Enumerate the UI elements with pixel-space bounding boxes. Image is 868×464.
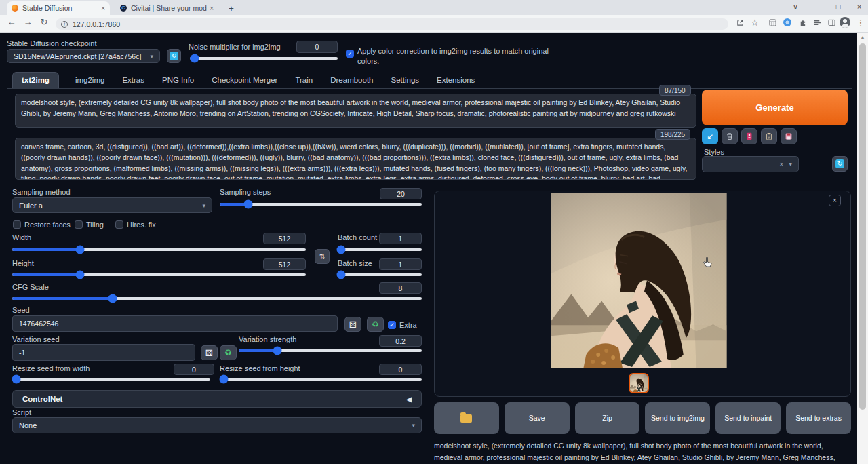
restore-faces-checkbox[interactable]	[13, 220, 21, 229]
clear-styles-icon[interactable]: ×	[779, 160, 783, 168]
side-panel-icon[interactable]	[825, 16, 837, 28]
page-info-icon[interactable]: i	[61, 21, 68, 28]
script-dropdown[interactable]: None ▾	[12, 417, 422, 433]
window-maximize-button[interactable]: □	[832, 1, 844, 13]
browser-menu-icon[interactable]: ⋮	[854, 16, 867, 28]
extension-grid-icon[interactable]	[766, 16, 778, 28]
gallery-thumbnail-selected[interactable]	[629, 373, 649, 393]
window-chevron-icon[interactable]: ∨	[789, 1, 802, 13]
height-slider[interactable]	[12, 273, 306, 276]
color-correction-checkbox[interactable]: ✓	[346, 50, 354, 58]
tab-close-icon[interactable]: ×	[210, 5, 214, 12]
send-to-inpaint-button[interactable]: Send to inpaint	[715, 402, 781, 434]
tab-checkpoint-merger[interactable]: Checkpoint Merger	[210, 73, 279, 88]
forward-icon[interactable]: →	[22, 17, 34, 27]
extension-list-icon[interactable]	[811, 16, 823, 28]
resize-seed-width-slider[interactable]	[12, 378, 210, 381]
refresh-checkpoints-button[interactable]: ↻	[167, 49, 181, 63]
send-to-extras-button[interactable]: Send to extras	[786, 402, 851, 434]
profile-avatar[interactable]	[840, 17, 850, 28]
tab-extensions[interactable]: Extensions	[435, 73, 476, 88]
batch-size-slider[interactable]	[338, 273, 422, 276]
variation-seed-label: Variation seed	[12, 335, 60, 343]
tab-dreambooth[interactable]: Dreambooth	[329, 73, 374, 88]
apply-style-button[interactable]	[761, 128, 777, 144]
styles-dropdown[interactable]: × ▾	[702, 156, 799, 172]
sampling-steps-slider[interactable]	[220, 203, 422, 206]
controlnet-accordion[interactable]: ControlNet ◀	[12, 390, 422, 408]
reuse-seed-button[interactable]: ♻	[367, 317, 384, 332]
sampling-steps-input[interactable]: 20	[380, 188, 422, 199]
prompt-textarea[interactable]: modelshoot style, (extremely detailed CG…	[15, 94, 696, 128]
tab-png-info[interactable]: PNG Info	[161, 73, 195, 88]
extensions-puzzle-icon[interactable]	[796, 16, 808, 28]
address-bar[interactable]: i 127.0.0.1:7860	[56, 18, 728, 30]
window-minimize-button[interactable]: −	[811, 1, 823, 13]
sampling-method-dropdown[interactable]: Euler a ▾	[12, 197, 212, 213]
batch-count-label: Batch count	[338, 233, 377, 241]
extra-networks-button[interactable]	[741, 128, 757, 144]
save-style-button[interactable]	[781, 128, 797, 144]
zip-button[interactable]: Zip	[575, 402, 640, 434]
random-seed-button[interactable]: ⚄	[344, 317, 361, 332]
noise-multiplier-input[interactable]: 0	[296, 41, 338, 53]
scrollbar-thumb[interactable]	[859, 43, 866, 410]
batch-size-input[interactable]: 1	[379, 258, 422, 270]
scrollbar-up-icon[interactable]: ▲	[857, 33, 868, 42]
send-to-img2img-button[interactable]: Send to img2img	[645, 402, 710, 434]
reload-icon[interactable]: ↻	[38, 17, 50, 27]
seed-input[interactable]: 1476462546	[12, 315, 338, 332]
refresh-styles-button[interactable]: ↻	[832, 156, 848, 172]
random-variation-seed-button[interactable]: ⚄	[201, 345, 218, 360]
width-slider[interactable]	[12, 248, 306, 251]
tiling-checkbox[interactable]	[75, 220, 83, 229]
open-folder-button[interactable]	[434, 402, 499, 434]
batch-count-slider[interactable]	[338, 248, 422, 251]
extension-blue-circle-icon[interactable]	[781, 16, 793, 28]
cfg-scale-slider[interactable]	[12, 297, 422, 300]
new-tab-button[interactable]: +	[225, 2, 237, 14]
clear-prompt-button[interactable]	[722, 128, 738, 144]
variation-strength-input[interactable]: 0.2	[379, 335, 422, 347]
hires-fix-checkbox[interactable]	[115, 220, 123, 229]
generate-button[interactable]: Generate	[702, 90, 848, 125]
back-icon[interactable]: ←	[5, 17, 18, 27]
chevron-down-icon: ▾	[202, 202, 205, 209]
batch-count-input[interactable]: 1	[379, 233, 422, 244]
reuse-variation-seed-button[interactable]: ♻	[220, 345, 237, 360]
tab-train[interactable]: Train	[294, 73, 314, 88]
variation-strength-slider[interactable]	[239, 349, 422, 352]
swap-dimensions-button[interactable]: ⇅	[315, 249, 330, 264]
tab-extras[interactable]: Extras	[121, 73, 146, 88]
window-close-button[interactable]: ×	[853, 1, 865, 13]
resize-seed-height-input[interactable]: 0	[379, 364, 422, 375]
tab-img2img[interactable]: img2img	[74, 73, 106, 88]
close-gallery-icon[interactable]: ×	[829, 195, 841, 206]
arrow-icon: ↙	[707, 132, 713, 141]
resize-seed-height-slider[interactable]	[220, 378, 422, 381]
color-correction-label: Apply color correction to img2img result…	[357, 46, 555, 66]
browser-tab-title: Stable Diffusion	[22, 4, 98, 12]
save-button[interactable]: Save	[505, 402, 570, 434]
tab-close-icon[interactable]: ×	[101, 5, 105, 12]
generation-info-text: modelshoot style, (extremely detailed CG…	[434, 440, 850, 464]
resize-seed-width-input[interactable]: 0	[174, 364, 214, 375]
browser-tab-civitai[interactable]: C Civitai | Share your models ×	[115, 1, 218, 15]
negative-prompt-textarea[interactable]: canvas frame, cartoon, 3d, ((disfigured)…	[15, 138, 696, 180]
width-input[interactable]: 512	[263, 233, 306, 244]
sampling-method-value: Euler a	[19, 201, 43, 210]
tab-settings[interactable]: Settings	[390, 73, 421, 88]
checkpoint-label: Stable Diffusion checkpoint	[7, 39, 97, 47]
height-input[interactable]: 512	[263, 258, 306, 270]
browser-tab-stable-diffusion[interactable]: Stable Diffusion ×	[7, 1, 110, 15]
tab-txt2img[interactable]: txt2img	[12, 72, 59, 88]
variation-seed-input[interactable]: -1	[12, 344, 195, 361]
cfg-scale-input[interactable]: 8	[379, 282, 422, 294]
generated-image[interactable]	[551, 193, 727, 368]
bookmark-star-icon[interactable]: ☆	[749, 16, 761, 28]
checkpoint-dropdown[interactable]: SD15NewVAEpruned.ckpt [27a4ac756c] ▾	[7, 49, 160, 63]
noise-multiplier-slider[interactable]	[190, 57, 338, 60]
read-parameters-button[interactable]: ↙	[702, 128, 718, 144]
share-icon[interactable]	[734, 16, 746, 28]
extra-seed-checkbox[interactable]: ✓	[388, 321, 396, 329]
